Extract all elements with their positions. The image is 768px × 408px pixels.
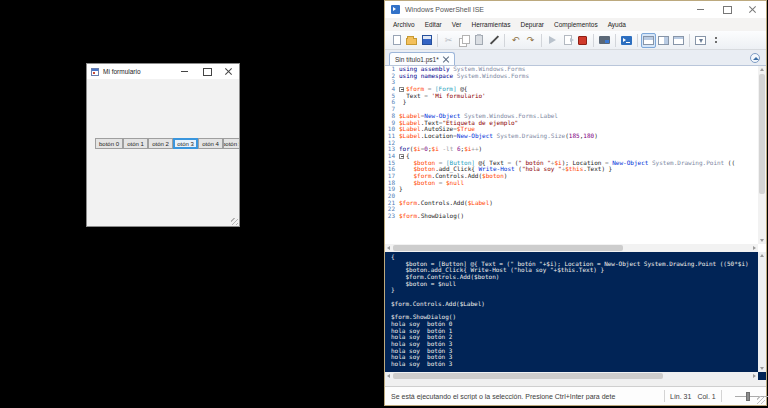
script-pane[interactable]: 1using assembly System.Windows.Forms2usi…: [385, 66, 766, 252]
scroll-right-icon[interactable]: [753, 374, 756, 378]
save-script-button[interactable]: [419, 33, 434, 48]
menu-bar: ArchivoEditarVerHerramientasDepurarCompl…: [385, 18, 766, 31]
run-script-button: [545, 33, 560, 48]
scroll-down-icon[interactable]: [760, 367, 764, 370]
form-maximize-button[interactable]: [203, 68, 210, 75]
clear-console-pane-icon: [489, 35, 499, 45]
console-line: $boton = $null: [391, 281, 757, 288]
toolbar-overflow-button[interactable]: [708, 33, 723, 48]
desktop: Mi formulario botón 0otón 1otón 2otón 3o…: [0, 0, 768, 408]
form-button-4[interactable]: otón 4: [198, 138, 223, 149]
start-powershell-button[interactable]: [619, 33, 634, 48]
start-powershell-icon: [621, 36, 632, 45]
collapse-script-pane-icon[interactable]: [750, 53, 760, 63]
console-vertical-scrollbar[interactable]: [758, 252, 766, 372]
ise-title-bar[interactable]: Windows PowerShell ISE: [385, 1, 766, 18]
status-line-number: Lín. 31: [670, 393, 691, 400]
cut-button: ✂: [441, 33, 456, 48]
tab-bar: Sin título1.ps1*: [385, 50, 766, 66]
new-script-icon: [393, 35, 401, 45]
form-button-1[interactable]: otón 1: [123, 138, 148, 149]
toolbar-separator: [437, 34, 438, 47]
scroll-left-icon[interactable]: [387, 246, 390, 250]
stop-operation-icon: [578, 36, 587, 45]
scroll-right-icon[interactable]: [753, 246, 756, 250]
toolbar-separator: [541, 34, 542, 47]
layout-script-top-button[interactable]: [641, 33, 656, 48]
editor-line: 6 }: [385, 99, 766, 106]
clear-console-pane-button[interactable]: [486, 33, 501, 48]
status-column-number: Col. 1: [697, 393, 715, 400]
show-script-pane-icon: [695, 36, 706, 45]
form-resize-grip[interactable]: [231, 218, 238, 225]
scroll-up-icon[interactable]: [760, 68, 764, 71]
editor-line: 21$form.Controls.Add($Label): [385, 200, 766, 207]
layout-script-right-icon: [658, 36, 669, 45]
editor-line: 11$Label.Location=New-Object System.Draw…: [385, 133, 766, 140]
form-window-title: Mi formulario: [103, 68, 141, 75]
console-horizontal-scrollbar[interactable]: [385, 372, 758, 380]
undo-button[interactable]: ↶: [508, 33, 523, 48]
paste-button: [471, 33, 486, 48]
scroll-up-icon[interactable]: [760, 254, 764, 257]
new-script-button[interactable]: [389, 33, 404, 48]
menu-ver[interactable]: Ver: [447, 21, 467, 28]
form-app-icon: [91, 68, 99, 76]
tab-label: Sin título1.ps1*: [395, 56, 439, 63]
form-close-button[interactable]: [225, 68, 232, 75]
form-button-5[interactable]: botón 5: [223, 138, 239, 149]
zoom-slider-thumb[interactable]: [746, 392, 750, 401]
editor-line: 5 Text = 'Mi formulario': [385, 93, 766, 100]
layout-script-max-button[interactable]: [671, 33, 686, 48]
console-line: $form.Controls.Add($Label): [391, 301, 757, 308]
console-pane[interactable]: { $boton = [Button] @{ Text = (" botón "…: [385, 252, 766, 380]
scroll-left-icon[interactable]: [387, 374, 390, 378]
new-remote-powershell-tab-button[interactable]: [597, 33, 612, 48]
run-selection-button: [560, 33, 575, 48]
fold-collapse-icon[interactable]: [399, 87, 404, 92]
save-script-icon: [422, 35, 432, 45]
form-title-bar[interactable]: Mi formulario: [87, 64, 239, 79]
copy-icon: [459, 35, 469, 45]
cut-icon: ✂: [445, 36, 453, 45]
status-message: Se está ejecutando el script o la selecc…: [391, 393, 659, 400]
layout-script-right-button[interactable]: [656, 33, 671, 48]
redo-button[interactable]: ↷: [523, 33, 538, 48]
form-minimize-button[interactable]: [181, 68, 188, 75]
tab-close-icon[interactable]: [443, 56, 449, 62]
console-line: }: [391, 287, 757, 294]
toolbar-separator: [637, 34, 638, 47]
editor-horizontal-scrollbar[interactable]: [385, 244, 758, 252]
form-button-2[interactable]: otón 2: [148, 138, 173, 149]
form-button-0[interactable]: botón 0: [95, 138, 123, 149]
fold-collapse-icon[interactable]: [399, 154, 404, 159]
show-script-pane-button[interactable]: [693, 33, 708, 48]
editor-line: 2using namespace System.Windows.Forms: [385, 73, 766, 80]
stop-operation-button[interactable]: [575, 33, 590, 48]
toolbar-overflow-icon: [715, 36, 717, 44]
layout-script-top-icon: [643, 36, 654, 45]
menu-complementos[interactable]: Complementos: [549, 21, 603, 28]
menu-depurar[interactable]: Depurar: [515, 21, 548, 28]
ise-minimize-button[interactable]: [697, 6, 704, 13]
menu-archivo[interactable]: Archivo: [388, 21, 420, 28]
form-window: Mi formulario botón 0otón 1otón 2otón 3o…: [86, 63, 240, 227]
editor-vertical-scrollbar[interactable]: [758, 66, 766, 244]
toolbar-separator: [593, 34, 594, 47]
ise-maximize-button[interactable]: [723, 6, 730, 13]
toolbar-separator: [615, 34, 616, 47]
open-script-button[interactable]: [404, 33, 419, 48]
menu-ayuda[interactable]: Ayuda: [603, 21, 631, 28]
ise-close-button[interactable]: [749, 6, 756, 13]
paste-icon: [475, 35, 483, 45]
form-button-3[interactable]: otón 3: [173, 138, 198, 149]
ise-window-title: Windows PowerShell ISE: [405, 6, 484, 13]
menu-herramientas[interactable]: Herramientas: [466, 21, 515, 28]
scroll-down-icon[interactable]: [760, 239, 764, 242]
ise-resize-grip[interactable]: [757, 396, 765, 404]
menu-editar[interactable]: Editar: [420, 21, 447, 28]
powershell-ise-window: Windows PowerShell ISE ArchivoEditarVerH…: [384, 0, 767, 406]
tab-sin-titulo1[interactable]: Sin título1.ps1*: [389, 52, 455, 65]
form-client-area: botón 0otón 1otón 2otón 3otón 4botón 5: [87, 79, 239, 226]
editor-line: 23$form.ShowDialog(): [385, 213, 766, 220]
